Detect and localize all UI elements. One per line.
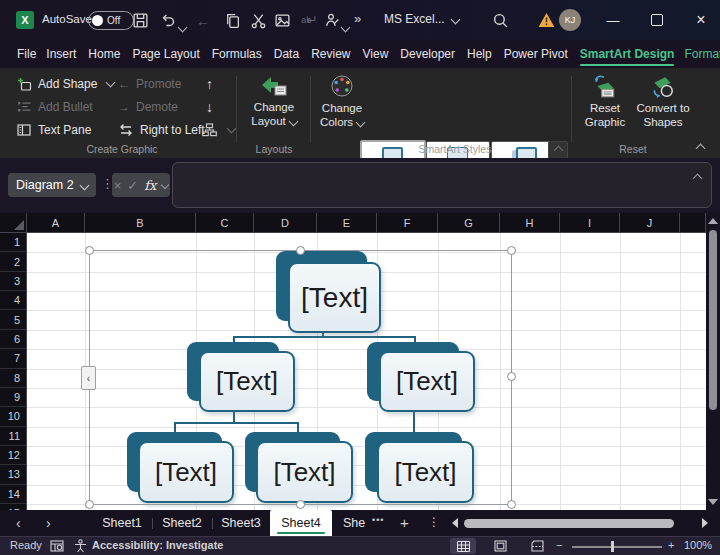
autosave-toggle[interactable]: Off <box>88 11 134 30</box>
tab-home[interactable]: Home <box>83 40 125 68</box>
cut-scissors-icon[interactable] <box>250 12 267 29</box>
zoom-in-button[interactable]: + <box>668 539 674 551</box>
resize-handle-top-center[interactable] <box>296 246 305 255</box>
page-layout-view-button[interactable] <box>487 538 513 554</box>
zoom-out-button[interactable]: − <box>556 539 562 551</box>
row-header-14[interactable]: 14 <box>0 485 27 504</box>
resize-handle-top-left[interactable] <box>85 246 94 255</box>
close-button[interactable]: × <box>684 0 718 40</box>
tab-format[interactable]: Format <box>679 40 720 68</box>
resize-handle-bottom-right[interactable] <box>507 500 516 509</box>
org-chart-layout-button[interactable] <box>201 120 235 140</box>
column-header-B[interactable]: B <box>85 213 196 233</box>
scroll-down-icon[interactable] <box>708 499 718 505</box>
copy-icon[interactable] <box>224 12 241 29</box>
tab-smartart-design[interactable]: SmartArt Design <box>575 40 680 68</box>
add-shape-button[interactable]: Add Shape <box>16 74 114 94</box>
save-icon[interactable] <box>132 12 149 29</box>
row-header-6[interactable]: 6 <box>0 330 27 349</box>
scroll-up-icon[interactable] <box>708 218 718 224</box>
change-colors-button[interactable]: Change Colors <box>312 73 372 130</box>
text-pane-button[interactable]: Text Pane <box>16 120 91 140</box>
smartart-selection-frame[interactable] <box>89 250 512 505</box>
row-header-8[interactable]: 8 <box>0 369 27 388</box>
column-header-E[interactable]: E <box>317 213 377 233</box>
tab-formulas[interactable]: Formulas <box>207 40 267 68</box>
zoom-slider-track[interactable] <box>572 546 662 548</box>
more-sheets-icon[interactable]: ••• <box>372 515 384 525</box>
hscroll-left-icon[interactable] <box>452 518 458 528</box>
tab-power-pivot[interactable]: Power Pivot <box>499 40 573 68</box>
picture-icon[interactable] <box>274 12 291 29</box>
tab-review[interactable]: Review <box>306 40 355 68</box>
row-header-13[interactable]: 13 <box>0 465 27 484</box>
more-commands-icon[interactable]: » <box>354 11 361 26</box>
move-down-button[interactable]: ↓ <box>206 97 213 117</box>
column-header-H[interactable]: H <box>500 213 560 233</box>
row-header-5[interactable]: 5 <box>0 310 27 329</box>
column-header-J[interactable]: J <box>620 213 680 233</box>
zoom-slider-thumb[interactable] <box>611 541 614 552</box>
right-to-left-button[interactable]: Right to Left <box>118 120 205 140</box>
reset-graphic-button[interactable]: Reset Graphic <box>577 73 633 130</box>
ink-person-icon[interactable] <box>323 12 340 29</box>
excel-logo-icon[interactable]: X <box>16 11 34 29</box>
undo-icon[interactable] <box>159 12 176 29</box>
search-icon[interactable] <box>492 12 509 29</box>
row-header-10[interactable]: 10 <box>0 407 27 426</box>
column-header-D[interactable]: D <box>254 213 317 233</box>
undo-dropdown-icon[interactable] <box>178 23 188 33</box>
next-sheet-icon[interactable]: › <box>46 516 51 530</box>
sheet-tab-partial[interactable]: She <box>340 510 368 536</box>
ink-dropdown-icon[interactable] <box>341 23 351 33</box>
tab-page-layout[interactable]: Page Layout <box>127 40 204 68</box>
minimize-button[interactable]: — <box>596 0 630 40</box>
vertical-scroll-thumb[interactable] <box>709 230 717 410</box>
tab-insert[interactable]: Insert <box>41 40 81 68</box>
accessibility-status[interactable]: Accessibility: Investigate <box>92 539 223 551</box>
maximize-button[interactable] <box>640 0 674 40</box>
column-header-A[interactable]: A <box>27 213 85 233</box>
tab-developer[interactable]: Developer <box>395 40 460 68</box>
sheet-tab-sheet1[interactable]: Sheet1 <box>98 510 146 536</box>
row-header-1[interactable]: 1 <box>0 233 27 252</box>
macro-record-icon[interactable] <box>50 540 64 552</box>
text-pane-expand-button[interactable]: ‹ <box>81 366 96 390</box>
resize-handle-middle-right[interactable] <box>507 372 516 381</box>
column-header-F[interactable]: F <box>377 213 438 233</box>
sheet-tab-sheet4-active[interactable]: Sheet4 <box>270 510 332 536</box>
collapse-formula-bar-button[interactable] <box>694 171 701 185</box>
row-header-3[interactable]: 3 <box>0 272 27 291</box>
column-header-G[interactable]: G <box>438 213 500 233</box>
tab-help[interactable]: Help <box>462 40 497 68</box>
horizontal-scroll-thumb[interactable] <box>464 519 674 528</box>
name-box[interactable]: Diagram 2 <box>8 173 96 197</box>
row-header-9[interactable]: 9 <box>0 388 27 407</box>
row-header-2[interactable]: 2 <box>0 252 27 271</box>
row-header-7[interactable]: 7 <box>0 349 27 368</box>
tab-data[interactable]: Data <box>269 40 304 68</box>
tab-file[interactable]: File <box>12 40 41 68</box>
resize-handle-top-right[interactable] <box>507 246 516 255</box>
row-header-4[interactable]: 4 <box>0 291 27 310</box>
row-header-12[interactable]: 12 <box>0 446 27 465</box>
column-header-I[interactable]: I <box>560 213 620 233</box>
sheet-menu-icon[interactable]: ⋮ <box>428 515 440 529</box>
select-all-corner[interactable] <box>0 213 27 233</box>
collapse-ribbon-button[interactable] <box>697 138 704 156</box>
row-header-11[interactable]: 11 <box>0 427 27 446</box>
sheet-tab-sheet3[interactable]: Sheet3 <box>218 510 264 536</box>
add-sheet-button[interactable]: + <box>400 514 409 531</box>
document-title[interactable]: MS Excel... <box>384 12 459 26</box>
tab-view[interactable]: View <box>358 40 394 68</box>
column-header-C[interactable]: C <box>196 213 254 233</box>
page-break-view-button[interactable] <box>524 538 550 554</box>
move-up-button[interactable]: ↑ <box>206 74 213 94</box>
resize-handle-bottom-left[interactable] <box>85 500 94 509</box>
prev-sheet-icon[interactable]: ‹ <box>16 516 21 530</box>
vertical-scrollbar[interactable] <box>706 213 720 510</box>
resize-handle-bottom-center[interactable] <box>296 500 305 509</box>
change-layout-button[interactable]: Change Layout <box>244 74 304 129</box>
zoom-level[interactable]: 100% <box>684 539 712 551</box>
insert-function-button[interactable]: fx <box>144 178 156 193</box>
